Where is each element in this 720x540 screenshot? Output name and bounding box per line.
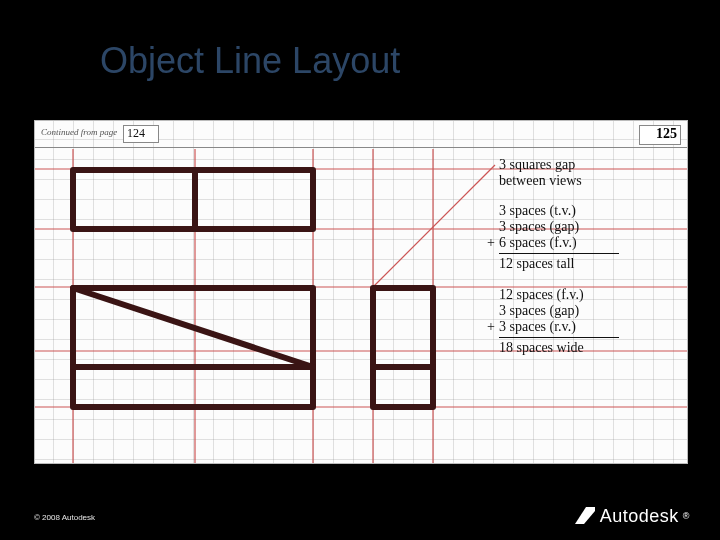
autodesk-logo-icon — [574, 505, 596, 527]
svg-line-10 — [373, 165, 495, 287]
slide: Object Line Layout Continued from page 1… — [0, 0, 720, 540]
note-total: 12 spaces tall — [499, 256, 683, 272]
note-text: 3 spaces (t.v.) — [499, 203, 683, 219]
plus-sign: + — [487, 319, 495, 335]
autodesk-logo-text: Autodesk — [600, 506, 679, 527]
note-text: 12 spaces (f.v.) — [499, 287, 683, 303]
footer: © 2008 Autodesk Autodesk ® — [0, 492, 720, 540]
note-text: + 3 spaces (r.v.) — [499, 319, 683, 335]
note-width-calc: 12 spaces (f.v.) 3 spaces (gap) + 3 spac… — [499, 287, 683, 356]
sum-rule — [499, 337, 619, 338]
copyright-text: © 2008 Autodesk — [34, 513, 95, 522]
note-height-calc: 3 spaces (t.v.) 3 spaces (gap) + 6 space… — [499, 203, 683, 272]
note-text: between views — [499, 173, 683, 189]
notebook-page: Continued from page 124 125 — [34, 120, 688, 464]
autodesk-logo: Autodesk ® — [574, 504, 690, 528]
note-text: 3 spaces (gap) — [499, 303, 683, 319]
plus-sign: + — [487, 235, 495, 251]
handwritten-notes: 3 squares gap between views 3 spaces (t.… — [499, 157, 683, 370]
note-total: 18 spaces wide — [499, 340, 683, 356]
note-text: 3 squares gap — [499, 157, 683, 173]
sum-rule — [499, 253, 619, 254]
note-text: 3 spaces (gap) — [499, 219, 683, 235]
registered-icon: ® — [683, 511, 690, 521]
note-text: 3 spaces (r.v.) — [499, 319, 576, 334]
slide-title: Object Line Layout — [100, 40, 400, 82]
svg-line-12 — [73, 288, 313, 367]
note-gap: 3 squares gap between views — [499, 157, 683, 189]
note-text: 6 spaces (f.v.) — [499, 235, 577, 250]
note-text: + 6 spaces (f.v.) — [499, 235, 683, 251]
